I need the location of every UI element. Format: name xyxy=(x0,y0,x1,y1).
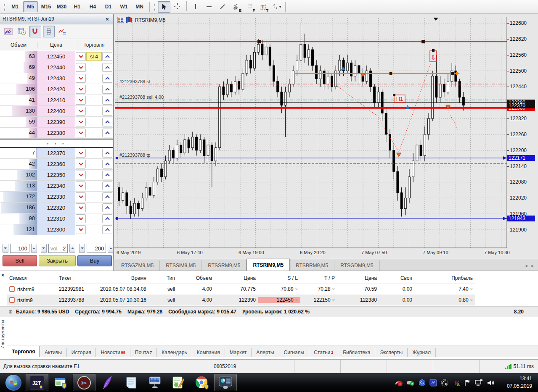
toolbar-grip[interactable] xyxy=(4,2,5,12)
positions-col-2[interactable]: Время xyxy=(93,275,149,281)
dom-price-cell[interactable]: 122360 xyxy=(37,159,75,169)
tab-scroll-left-icon[interactable]: ◂ xyxy=(525,263,527,268)
remove-level-icon[interactable]: × xyxy=(332,287,335,292)
position-sl[interactable]: 70.89× xyxy=(258,286,300,292)
timeframe-d1-button[interactable]: D1 xyxy=(101,1,116,12)
volume-up-button[interactable] xyxy=(69,244,75,253)
dom-title-bar[interactable]: RTSRIM9, RTSI-Jun19 × xyxy=(0,14,113,24)
dom-sell-limit-button[interactable] xyxy=(76,85,86,94)
dom-close-button[interactable]: × xyxy=(104,16,111,22)
position-row-rtsbrm9[interactable]: rtsbrm92123929812019.05.07 08:34:08sell4… xyxy=(7,284,475,295)
dom-sell-limit-button[interactable] xyxy=(76,96,86,105)
dom-buy-limit-button[interactable] xyxy=(102,182,112,190)
dom-sell-limit-button[interactable] xyxy=(76,214,86,223)
connection-status[interactable]: 51.11 ms xyxy=(505,363,538,369)
horizontal-line-tool-button[interactable] xyxy=(203,1,215,13)
dom-sell-limit-button[interactable] xyxy=(76,171,86,179)
dom-price-cell[interactable]: 122400 xyxy=(37,106,75,116)
tray-flag-icon[interactable] xyxy=(464,379,471,387)
tp-points-field[interactable]: 200 xyxy=(87,244,106,253)
position-tp[interactable]: 122150× xyxy=(300,297,337,303)
trendline-tool-button[interactable] xyxy=(216,1,229,13)
dom-chart-popup-icon[interactable] xyxy=(3,26,14,37)
dom-buy-limit-button[interactable] xyxy=(102,118,112,126)
dom-price-cell[interactable]: 122350 xyxy=(37,170,75,180)
timeframe-m5-button[interactable]: M5 xyxy=(23,1,38,12)
toolbox-tab-новости[interactable]: Новости99 xyxy=(96,348,130,357)
dom-sell-limit-button[interactable] xyxy=(76,129,86,137)
positions-table-header[interactable]: СимволТикетВремяТипОбъемЦенаS / LT / PЦе… xyxy=(7,273,475,284)
dom-buy-limit-button[interactable] xyxy=(102,52,112,61)
tray-kaspersky-icon[interactable]: K! xyxy=(453,379,460,387)
timeframe-mn-button[interactable]: MN xyxy=(132,1,147,12)
toolbox-tab-маркет[interactable]: Маркет xyxy=(225,348,252,357)
dom-buy-limit-button[interactable] xyxy=(102,225,112,234)
toolbox-tab-журнал[interactable]: Журнал xyxy=(408,348,436,357)
dom-price-cell[interactable]: 122340 xyxy=(37,181,75,191)
dom-order-tag[interactable]: sl 4 xyxy=(86,52,102,61)
order-tp-label[interactable]: #212393788 tp xyxy=(119,153,150,158)
toolbox-tab-торговля[interactable]: Торговля xyxy=(7,346,40,357)
dom-price-cell[interactable]: 122450 xyxy=(37,51,75,62)
chart-tab-rtsbrm9m5[interactable]: RTSBRM9,M5 xyxy=(290,260,334,271)
toolbox-close-button[interactable]: × xyxy=(1,272,4,278)
dom-buy-limit-button[interactable] xyxy=(102,149,112,158)
price-axis[interactable]: 1226801226201225601225001224401223801223… xyxy=(507,14,538,259)
dom-price-cell[interactable]: 122390 xyxy=(37,117,75,127)
toolbox-tab-активы[interactable]: Активы xyxy=(40,348,67,357)
vertical-line-tool-button[interactable] xyxy=(189,1,202,13)
fibonacci-tool-button[interactable]: F xyxy=(243,1,256,13)
remove-level-icon[interactable]: × xyxy=(295,287,298,292)
timeframe-h4-button[interactable]: H4 xyxy=(85,1,100,12)
position-profit[interactable]: 7.40× xyxy=(415,286,475,292)
volume-field[interactable]: vol2 xyxy=(48,244,68,253)
dom-price-cell[interactable]: 122300 xyxy=(37,224,75,235)
taskbar-clock[interactable]: 13:41 07.05.2019 xyxy=(498,375,538,390)
tray-volume-icon[interactable] xyxy=(487,379,495,387)
tray-network-display-icon[interactable] xyxy=(474,379,483,387)
dom-sell-limit-button[interactable] xyxy=(76,118,86,126)
arrows-dropdown-icon[interactable]: ▾ xyxy=(279,5,281,9)
dom-buy-limit-button[interactable] xyxy=(102,85,112,94)
tray-audio-dish-icon[interactable] xyxy=(441,379,449,387)
dom-quick-trade-icon[interactable] xyxy=(56,26,68,37)
dom-buy-limit-button[interactable] xyxy=(102,96,112,105)
tab-scroll-right-icon[interactable]: ▸ xyxy=(531,263,534,268)
dom-sell-limit-button[interactable] xyxy=(76,74,86,83)
chart-tab-rtssim9m5[interactable]: RTSSiM9,M5 xyxy=(160,260,202,271)
sl-points-up-button[interactable] xyxy=(31,244,37,253)
expand-icon[interactable]: ⊕ xyxy=(8,309,13,315)
dom-price-cell[interactable]: 122370 xyxy=(37,148,75,158)
dom-price-cell[interactable]: 122410 xyxy=(37,95,75,105)
toolbox-tab-календарь[interactable]: Календарь xyxy=(157,348,192,357)
tp-points-down-button[interactable] xyxy=(79,244,85,253)
positions-col-1[interactable]: Тикет xyxy=(56,275,93,281)
dom-sell-limit-button[interactable] xyxy=(76,225,86,234)
text-tool-button[interactable]: TT xyxy=(257,1,269,13)
tray-app-blue-icon[interactable] xyxy=(429,379,437,387)
equidistant-channel-tool-button[interactable]: E xyxy=(230,1,242,13)
timeframe-m1-button[interactable]: M1 xyxy=(8,1,22,12)
sl-points-field[interactable]: 100 xyxy=(10,244,29,253)
positions-col-6[interactable]: S / L xyxy=(258,275,300,281)
toolbox-tab-компания[interactable]: Компания xyxy=(192,348,225,357)
positions-col-0[interactable]: Символ xyxy=(7,275,56,281)
positions-col-7[interactable]: T / P xyxy=(300,275,337,281)
tp-points-up-button[interactable] xyxy=(108,244,114,253)
positions-col-8[interactable]: Цена xyxy=(337,275,379,281)
remove-level-icon[interactable]: × xyxy=(470,287,473,292)
dom-sell-limit-button[interactable] xyxy=(76,182,86,190)
toolbar-grip-2[interactable] xyxy=(154,2,155,12)
order-sl-label[interactable]: #212393788 sl xyxy=(119,79,150,84)
toolbox-tab-почта[interactable]: Почта7 xyxy=(130,348,157,357)
remove-level-icon[interactable]: × xyxy=(332,297,335,303)
positions-col-10[interactable]: Прибыль xyxy=(415,275,475,281)
dom-magnet-icon[interactable] xyxy=(29,26,41,37)
dom-toggle-icon[interactable] xyxy=(117,17,124,24)
candlestick-chart[interactable]: ⇩H1 xyxy=(114,14,507,259)
toolbox-tab-алерты[interactable]: Алерты xyxy=(252,348,279,357)
dom-sell-limit-button[interactable] xyxy=(76,203,86,212)
dom-price-cell[interactable]: 122440 xyxy=(37,62,75,73)
dom-buy-limit-button[interactable] xyxy=(102,160,112,168)
arrows-tool-button[interactable]: ▾ xyxy=(270,1,283,13)
